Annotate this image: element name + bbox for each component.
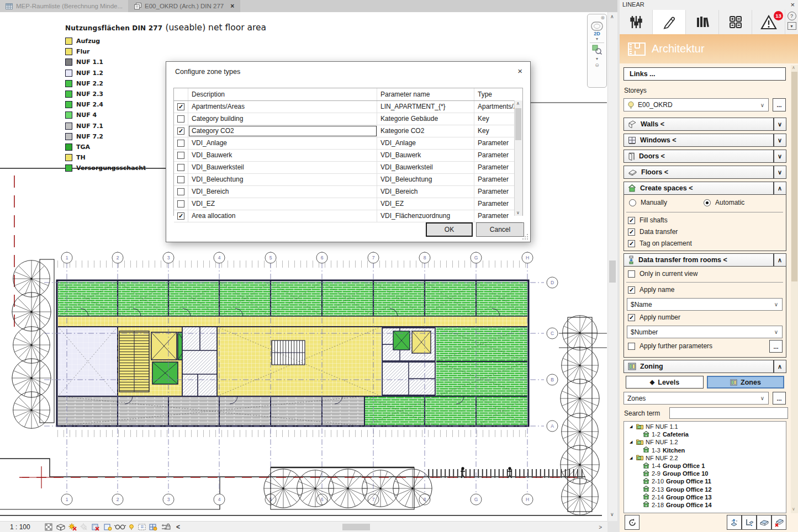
tree-group[interactable]: ◢NF NUF 1.2 — [624, 438, 786, 446]
parameter-cell[interactable]: VDI_Anlage — [377, 137, 474, 149]
duct-tool-button[interactable] — [757, 515, 771, 530]
tree-item[interactable]: 2-18Group Office 14 — [624, 501, 786, 509]
expander-icon[interactable]: ◢ — [630, 440, 634, 444]
type-cell[interactable]: Parameter — [474, 210, 516, 222]
checkbox-checked-icon[interactable]: ✓ — [177, 212, 184, 220]
scrollbar-thumb[interactable] — [515, 108, 521, 140]
description-cell[interactable]: Category building — [188, 113, 377, 125]
storey-dropdown[interactable]: E00_OKRD ∨ — [623, 98, 769, 111]
zone-type-row[interactable]: Category buildingKategorie GebäudeKey — [174, 113, 522, 125]
zone-type-row[interactable]: ✓Category CO2Kategorie CO2Key — [174, 125, 522, 137]
apply-further-parameters-checkbox[interactable]: Apply further parameters — [628, 342, 712, 350]
checkbox-icon[interactable] — [177, 176, 184, 183]
levels-button[interactable]: ◆ Levels — [626, 376, 704, 389]
name-dropdown[interactable]: $Name ∨ — [627, 298, 783, 311]
checkbox-checked-icon[interactable]: ✓ — [177, 103, 184, 110]
checkbox-icon[interactable] — [177, 115, 184, 123]
scroll-down-icon[interactable]: ∨ — [516, 210, 520, 215]
scroll-down-icon[interactable]: ∨ — [610, 512, 614, 517]
checkbox-icon[interactable] — [177, 200, 184, 208]
navbar-close-icon[interactable]: ⊗ — [588, 14, 606, 20]
tab-close-icon[interactable]: × — [230, 2, 234, 10]
parameter-cell[interactable]: VDI_Bauwerksteil — [377, 162, 474, 173]
scroll-up-icon[interactable]: ∧ — [610, 14, 614, 19]
create-spaces-collapse-icon[interactable]: ∧ — [774, 182, 786, 195]
apply-name-checkbox[interactable]: ✓ Apply name — [628, 286, 674, 294]
type-cell[interactable]: Apartments/Zones — [474, 101, 516, 113]
zoning-bar[interactable]: Zoning — [623, 360, 774, 373]
scroll-down-icon[interactable]: ∨ — [792, 507, 795, 512]
create-spaces-checkbox-row[interactable]: ✓Fill shafts — [628, 216, 668, 224]
navigation-bar[interactable]: ⊗ 2D ▾ ▾ ⊖ — [587, 14, 607, 88]
panel-scrollbar[interactable]: ∧ ∨ — [791, 65, 798, 513]
type-cell[interactable]: Parameter — [474, 198, 516, 210]
zone-type-row[interactable]: ✓Area allocationVDI_FlächenzuordnungPara… — [174, 210, 522, 222]
create-spaces-checkbox-row[interactable]: ✓Data transfer — [628, 228, 678, 236]
floors-expand-icon[interactable]: ∨ — [774, 166, 786, 179]
checkbox-checked-icon[interactable]: ✓ — [628, 217, 635, 224]
zones-button[interactable]: Zones — [707, 376, 784, 389]
checkbox-icon[interactable] — [177, 188, 184, 195]
nav-dropdown-icon[interactable]: ▾ — [588, 36, 606, 41]
expander-icon[interactable]: ◢ — [630, 456, 634, 460]
expander-icon[interactable]: ◢ — [630, 424, 634, 429]
tree-item[interactable]: 2-14Group Office 13 — [624, 493, 786, 501]
description-cell[interactable]: VDI_Beleuchtung — [188, 174, 377, 185]
doors-expand-icon[interactable]: ∨ — [774, 150, 786, 163]
col-type[interactable]: Type — [474, 88, 516, 100]
refresh-button[interactable] — [625, 515, 640, 530]
type-cell[interactable]: Key — [474, 113, 516, 125]
floors-bar[interactable]: Floors < — [623, 166, 774, 179]
zoning-collapse-icon[interactable]: ∧ — [774, 360, 786, 373]
type-cell[interactable]: Parameter — [474, 137, 516, 149]
walls-expand-icon[interactable]: ∨ — [774, 118, 786, 131]
windows-expand-icon[interactable]: ∨ — [774, 134, 786, 147]
checkbox-checked-icon[interactable]: ✓ — [628, 228, 635, 236]
type-cell[interactable]: Parameter — [474, 174, 516, 185]
tree-item[interactable]: 1-3Kitchen — [624, 446, 786, 454]
links-button[interactable]: Links ... — [623, 67, 786, 81]
resize-grip[interactable] — [522, 234, 529, 241]
description-cell[interactable]: VDI_Bereich — [188, 186, 377, 198]
walls-bar[interactable]: Walls < — [623, 118, 774, 131]
tab-e00-okrd[interactable]: E00_OKRD (Arch.) DIN 277 × — [129, 0, 240, 12]
data-transfer-collapse-icon[interactable]: ∧ — [774, 253, 786, 267]
tree-group[interactable]: ◢NF NUF 2.2 — [624, 454, 786, 462]
ok-button[interactable]: OK — [426, 222, 473, 237]
checkbox-icon[interactable] — [177, 140, 184, 147]
zone-type-row[interactable]: VDI_BeleuchtungVDI_BeleuchtungParameter — [174, 174, 522, 186]
cancel-button[interactable]: Cancel — [476, 222, 524, 237]
scroll-up-icon[interactable]: ∧ — [792, 65, 795, 70]
description-cell[interactable]: Apartments/Areas — [188, 101, 377, 113]
tab-mep-raumliste[interactable]: MEP-Raumliste (Berechnung Minde... — [0, 0, 129, 12]
zone-type-row[interactable]: ✓Apartments/AreasLIN_APARTMENT_{*}Apartm… — [174, 101, 522, 113]
horizontal-scrollbar-thumb[interactable] — [342, 524, 370, 530]
data-transfer-bar[interactable]: Data transfer from rooms < — [623, 253, 774, 267]
tree-item[interactable]: 1-4Group Office 1 — [624, 462, 786, 470]
delete-duct-button[interactable] — [771, 515, 786, 530]
type-cell[interactable]: Parameter — [474, 162, 516, 173]
view-control-icons[interactable]: < — [45, 522, 183, 532]
windows-bar[interactable]: Windows < — [623, 134, 774, 147]
parameter-cell[interactable]: VDI_Bereich — [377, 186, 474, 198]
zone-type-row[interactable]: VDI_BereichVDI_BereichParameter — [174, 186, 522, 198]
description-cell[interactable]: VDI_Bauwerksteil — [188, 162, 377, 173]
scroll-up-icon[interactable]: ∧ — [516, 101, 520, 106]
tree-group[interactable]: ◢NF NUF 1.1 — [624, 423, 786, 430]
parameter-cell[interactable]: Kategorie CO2 — [377, 125, 474, 137]
number-dropdown[interactable]: $Number ∨ — [627, 326, 783, 338]
storey-more-button[interactable]: ... — [773, 98, 786, 111]
type-cell[interactable]: Parameter — [474, 186, 516, 198]
description-cell[interactable]: VDI_Anlage — [188, 137, 377, 149]
zones-tree[interactable]: ◢NF NUF 1.11-2Cafeteria◢NF NUF 1.21-3Kit… — [623, 421, 786, 513]
col-description[interactable]: Description — [188, 88, 377, 100]
place-tap-button[interactable] — [742, 515, 757, 530]
parameter-cell[interactable]: VDI_Beleuchtung — [377, 174, 474, 185]
further-parameters-more-button[interactable]: ... — [769, 340, 783, 353]
checkbox-icon[interactable] — [177, 152, 184, 159]
search-input[interactable] — [669, 407, 788, 419]
tab-components[interactable] — [719, 10, 752, 34]
panel-close-icon[interactable]: × — [790, 1, 795, 9]
tab-settings[interactable] — [620, 10, 653, 34]
scroll-right-icon[interactable]: > — [599, 524, 602, 530]
